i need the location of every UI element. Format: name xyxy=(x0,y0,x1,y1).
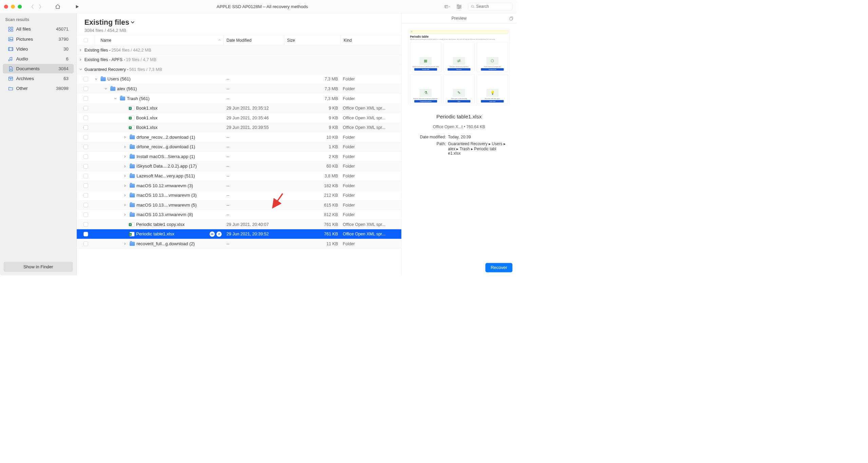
row-checkbox[interactable] xyxy=(83,232,88,236)
preview-badge-icon[interactable] xyxy=(210,231,215,236)
file-row[interactable]: macOS 10.13....vmwarevm (5) -- 615 KB Fo… xyxy=(77,200,401,210)
row-checkbox[interactable] xyxy=(83,116,88,120)
copy-icon[interactable] xyxy=(509,16,514,20)
content-title[interactable]: Existing files xyxy=(84,18,394,27)
file-size: 761 KB xyxy=(284,232,341,236)
file-date: -- xyxy=(224,183,284,188)
file-row[interactable]: recoverit_full...g.download (2) -- 11 KB… xyxy=(77,239,401,249)
file-row[interactable]: macOS 10.13.vmwarevm (8) -- 812 KB Folde… xyxy=(77,210,401,220)
svg-point-9 xyxy=(471,5,473,7)
row-checkbox[interactable] xyxy=(83,212,88,217)
file-row[interactable]: Lazesoft Mac...very.app (511) -- 3,8 MB … xyxy=(77,171,401,181)
row-checkbox[interactable] xyxy=(83,154,88,159)
disclosure-icon[interactable] xyxy=(114,97,118,99)
file-list[interactable]: Existing files - 2504 files / 442,2 MB E… xyxy=(77,45,401,275)
disclosure-icon[interactable] xyxy=(79,68,84,70)
file-row[interactable]: macOS 10.12.vmwarevm (3) -- 182 KB Folde… xyxy=(77,181,401,191)
disclosure-icon[interactable] xyxy=(124,243,128,245)
view-mode-icon[interactable] xyxy=(445,4,450,9)
file-row[interactable]: Users (561) -- 7,3 MB Folder xyxy=(77,74,401,84)
sidebar-item-video[interactable]: Video 30 xyxy=(3,44,74,54)
svg-rect-18 xyxy=(8,47,10,51)
row-checkbox[interactable] xyxy=(83,242,88,246)
column-date[interactable]: Date Modified xyxy=(224,35,284,45)
row-checkbox[interactable] xyxy=(83,222,88,227)
maximize-window-button[interactable] xyxy=(18,4,22,8)
disclosure-icon[interactable] xyxy=(79,58,84,61)
row-checkbox[interactable] xyxy=(83,96,88,101)
file-row[interactable]: Book1.xlsx 29 Jun 2021, 20:35:46 9 KB Of… xyxy=(77,113,401,123)
disclosure-icon[interactable] xyxy=(124,185,128,187)
file-name: Periodic table1 copy.xlsx xyxy=(136,222,185,227)
sidebar-item-documents[interactable]: Documents 3084 xyxy=(3,64,74,74)
row-checkbox[interactable] xyxy=(83,203,88,207)
play-icon[interactable] xyxy=(74,4,80,9)
row-checkbox[interactable] xyxy=(83,135,88,139)
archive-icon xyxy=(8,76,13,81)
disclosure-icon[interactable] xyxy=(124,194,128,196)
row-checkbox[interactable] xyxy=(83,77,88,81)
file-row[interactable]: Install macOS...Sierra.app (1) -- 2 KB F… xyxy=(77,152,401,161)
section-row[interactable]: Existing files - APFS - 19 files / 4,7 M… xyxy=(77,55,401,65)
file-row[interactable]: drfone_recov...g.download (1) -- 1 KB Fo… xyxy=(77,142,401,152)
nav-arrows xyxy=(30,3,43,9)
hex-badge-icon[interactable]: # xyxy=(216,231,222,236)
file-row[interactable]: Trash (561) -- 7,3 MB Folder xyxy=(77,94,401,103)
row-checkbox[interactable] xyxy=(83,144,88,149)
file-row[interactable]: Book1.xlsx 29 Jun 2021, 20:39:55 9 KB Of… xyxy=(77,123,401,133)
column-checkbox[interactable] xyxy=(77,35,95,45)
close-window-button[interactable] xyxy=(4,4,8,8)
file-row[interactable]: Book1.xlsx 29 Jun 2021, 20:35:12 9 KB Of… xyxy=(77,103,401,113)
file-name: Book1.xlsx xyxy=(136,105,157,111)
disclosure-icon[interactable] xyxy=(105,88,109,90)
sidebar-item-audio[interactable]: Audio 6 xyxy=(3,54,74,63)
disclosure-icon[interactable] xyxy=(124,146,128,148)
row-checkbox[interactable] xyxy=(83,164,88,168)
disclosure-icon[interactable] xyxy=(79,49,84,51)
file-date: -- xyxy=(224,202,284,207)
forward-button[interactable] xyxy=(37,3,43,9)
recover-button[interactable]: Recover xyxy=(485,263,512,272)
row-checkbox[interactable] xyxy=(83,174,88,178)
file-row[interactable]: macOS 10.13....vmwarevm (3) -- 212 KB Fo… xyxy=(77,191,401,200)
xlsx-icon xyxy=(130,116,134,120)
search-box[interactable] xyxy=(468,3,512,10)
section-row[interactable]: Guaranteed Recovery - 561 files / 7,3 MB xyxy=(77,64,401,74)
sidebar-item-pictures[interactable]: Pictures 3790 xyxy=(3,34,74,44)
file-row[interactable]: alex (561) -- 7,3 MB Folder xyxy=(77,84,401,94)
home-icon[interactable] xyxy=(55,4,61,9)
column-kind[interactable]: Kind xyxy=(341,35,401,45)
file-date: -- xyxy=(224,96,284,101)
preview-date-label: Date modified: xyxy=(410,135,446,139)
disclosure-icon[interactable] xyxy=(124,136,128,138)
sidebar-item-count: 3790 xyxy=(59,36,69,41)
disclosure-icon[interactable] xyxy=(124,155,128,158)
disclosure-icon[interactable] xyxy=(95,78,99,80)
column-size[interactable]: Size xyxy=(284,35,341,45)
row-checkbox[interactable] xyxy=(83,193,88,197)
file-row[interactable]: Periodic table1 copy.xlsx 29 Jun 2021, 2… xyxy=(77,219,401,229)
row-checkbox[interactable] xyxy=(83,125,88,130)
file-row[interactable]: iSkysoft Data....2.0.2).app (17) -- 60 K… xyxy=(77,161,401,171)
minimize-window-button[interactable] xyxy=(11,4,15,8)
file-row[interactable]: drfone_recov...2.download (1) -- 10 KB F… xyxy=(77,132,401,142)
row-checkbox[interactable] xyxy=(83,184,88,188)
row-checkbox[interactable] xyxy=(83,106,88,110)
show-in-finder-button[interactable]: Show in Finder xyxy=(4,262,73,272)
file-date: -- xyxy=(224,154,284,159)
file-size: 212 KB xyxy=(284,193,341,198)
file-row[interactable]: Periodic table1.xlsx # 29 Jun 2021, 20:3… xyxy=(77,229,401,239)
section-row[interactable]: Existing files - 2504 files / 442,2 MB xyxy=(77,45,401,55)
sidebar-item-all-files[interactable]: All files 45071 xyxy=(3,24,74,34)
disclosure-icon[interactable] xyxy=(124,204,128,206)
sidebar-item-other[interactable]: Other 38098 xyxy=(3,84,74,93)
settings-icon[interactable] xyxy=(456,4,462,9)
disclosure-icon[interactable] xyxy=(124,213,128,216)
sidebar-item-archives[interactable]: Archives 63 xyxy=(3,74,74,83)
column-name[interactable]: Name xyxy=(95,35,224,45)
disclosure-icon[interactable] xyxy=(124,165,128,167)
disclosure-icon[interactable] xyxy=(124,175,128,177)
back-button[interactable] xyxy=(30,3,36,9)
search-input[interactable] xyxy=(476,4,509,9)
row-checkbox[interactable] xyxy=(83,86,88,91)
